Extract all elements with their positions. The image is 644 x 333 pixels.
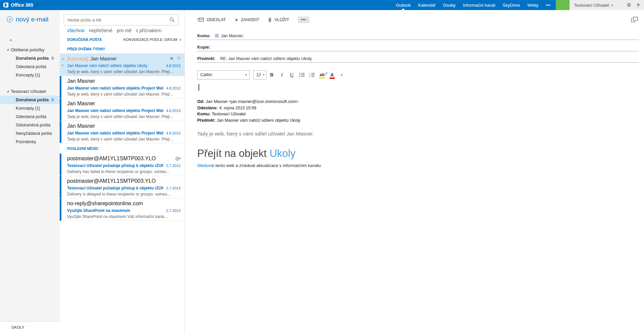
preview: Tady je web, který s vámi sdílel uživate… xyxy=(67,114,180,120)
folder-group-label: Testovací Uživatel xyxy=(11,89,46,94)
sender: postmaster@AM1YL1SMTP003.YLO xyxy=(67,156,156,162)
user-photo-tile[interactable] xyxy=(556,0,570,10)
font-family-select[interactable]: Calibri ▾ xyxy=(197,70,250,79)
folder-label: Doručená pošta xyxy=(16,56,49,61)
subject: Jan Masner vám nabízí sdílení objektu Pr… xyxy=(67,108,163,113)
list-item[interactable]: postmaster@AM1YL1SMTP003.YLO Testovací U… xyxy=(60,176,184,199)
sender: postmaster@AM1YL1SMTP003.YLO xyxy=(67,178,156,184)
compose-pane: ODESLAT ✕ ZAHODIT VLOŽIT ••• Komu: Jan M… xyxy=(185,10,644,333)
chevron-down-icon: ▾ xyxy=(263,73,265,76)
underline-button[interactable]: U xyxy=(287,70,297,79)
subject: Testovací Uživatel požaduje přístup k ob… xyxy=(67,163,163,168)
to-field[interactable]: Komu: Jan Masner; xyxy=(197,32,639,40)
bullet-list-button[interactable] xyxy=(297,70,307,79)
nav-kalendar[interactable]: Kalendář xyxy=(415,0,439,10)
cc-field[interactable]: Kopie: xyxy=(197,43,639,51)
folder-label: Odstraněná pošta xyxy=(16,122,50,127)
list-item[interactable]: Jan Masner Jan Masner vám nabízí sdílení… xyxy=(60,121,184,144)
flag-icon[interactable]: ⚐ xyxy=(177,56,181,61)
folder-favorites-sent[interactable]: Odeslaná pošta xyxy=(0,62,60,71)
section-header-last-month[interactable]: POSLEDNÍ MĚSÍC xyxy=(60,143,184,154)
send-icon xyxy=(197,17,204,22)
folder-title[interactable]: DORUČENÁ POŠTA xyxy=(67,38,102,42)
nav-more-dots[interactable]: ••• xyxy=(542,0,554,10)
presence-indicator xyxy=(215,34,219,38)
list-item[interactable]: Jan Masner Jan Masner vám nabízí sdílení… xyxy=(60,76,184,99)
bold-button[interactable]: B xyxy=(267,70,277,79)
more-formatting-button[interactable]: » xyxy=(337,70,347,79)
more-commands-button[interactable]: ••• xyxy=(298,16,309,23)
filter-flagged[interactable]: s příznakem xyxy=(136,28,161,33)
folder-group-favorites[interactable]: Oblíbené položky xyxy=(0,46,60,54)
search-input[interactable] xyxy=(64,17,169,22)
new-mail-button[interactable]: + nový e-mail xyxy=(7,16,48,23)
italic-button[interactable]: I xyxy=(277,70,287,79)
folder-inbox[interactable]: Doručená pošta 6 xyxy=(0,96,60,104)
nav-skydrive[interactable]: SkyDrive xyxy=(499,0,524,10)
folder-deleted[interactable]: Odstraněná pošta xyxy=(0,121,60,129)
more-chevron-icon: » xyxy=(339,73,344,76)
folder-group-mailbox[interactable]: Testovací Uživatel xyxy=(0,87,60,96)
font-color-icon: A xyxy=(330,72,334,77)
list-item[interactable]: ✓ ▸ [Koncept] Jan Masner ✕ ⚐ Jan Masner … xyxy=(60,54,184,76)
date: 4.8.2013 xyxy=(166,109,180,113)
gear-icon[interactable]: ⚙ xyxy=(627,2,631,8)
delete-icon[interactable]: ✕ xyxy=(170,56,173,61)
user-menu-label: Testovací Uživatel xyxy=(574,3,609,8)
folder-favorites-inbox[interactable]: Doručená pošta 6 xyxy=(0,54,60,62)
sort-selector[interactable]: KONVERZACE PODLE: DATUM ▾ xyxy=(123,38,181,42)
preview: Delivery has failed to these recipients … xyxy=(67,169,180,175)
filter-to-me[interactable]: pro mě xyxy=(117,28,131,33)
nav-outlook[interactable]: Outlook xyxy=(392,0,415,10)
insert-attachment-button[interactable]: VLOŽIT xyxy=(268,17,289,23)
bullet-list-icon xyxy=(299,72,305,77)
office365-logo[interactable]: Office 365 xyxy=(3,0,33,10)
recipient-name: Jan Masner; xyxy=(221,34,244,38)
subject: Využijte SharePoint na maximum xyxy=(67,208,163,213)
nav-weby[interactable]: Weby xyxy=(524,0,542,10)
font-color-button[interactable]: A xyxy=(327,70,337,79)
font-size-select[interactable]: 12 ▾ xyxy=(253,70,267,79)
filter-all[interactable]: všechno xyxy=(67,28,85,33)
paperclip-icon xyxy=(268,17,272,23)
highlight-button[interactable]: ab xyxy=(317,70,327,79)
collapse-pane-icon[interactable]: « xyxy=(9,37,12,43)
nav-informacni-kanal[interactable]: Informační kanál xyxy=(459,0,499,10)
sender: Jan Masner xyxy=(67,123,95,129)
filter-unread[interactable]: nepřečtené xyxy=(89,28,112,33)
folder-sent[interactable]: Odeslaná pošta xyxy=(0,112,60,121)
message-body-editor[interactable]: Od:Jan Masner <jan.masner@izun.onmicroso… xyxy=(185,82,644,333)
top-navigation: Outlook Kalendář Osoby Informační kanál … xyxy=(392,0,554,10)
list-item[interactable]: Jan Masner Jan Masner vám nabízí sdílení… xyxy=(60,99,184,121)
expand-conversation-icon[interactable]: ▸ xyxy=(62,63,64,67)
date: 2.7.2013 xyxy=(166,186,180,190)
nav-osoby[interactable]: Osoby xyxy=(439,0,460,10)
sender: no-reply@sharepointonline.com xyxy=(67,201,143,207)
close-icon: ✕ xyxy=(234,17,238,22)
send-button[interactable]: ODESLAT xyxy=(197,17,226,22)
svg-text:3: 3 xyxy=(309,75,310,77)
go-to-text: Přejít na objekt xyxy=(197,148,267,159)
user-menu[interactable]: Testovací Uživatel ▾ xyxy=(574,3,613,8)
open-in-new-window-icon[interactable] xyxy=(631,17,638,22)
folder-junk[interactable]: Nevyžádaná pošta xyxy=(0,129,60,137)
draft-tag: [Koncept] xyxy=(67,56,88,61)
replied-icon xyxy=(175,157,181,161)
subject-field[interactable]: Předmět: RE: Jan Masner vám nabízí sdíle… xyxy=(197,55,639,63)
quoted-to: Komu:Testovací Uživatel xyxy=(197,111,301,117)
numbered-list-button[interactable]: 1 2 3 xyxy=(307,70,317,79)
folder-notes[interactable]: Poznámky xyxy=(0,137,60,146)
list-item[interactable]: no-reply@sharepointonline.com Využijte S… xyxy=(60,199,184,221)
ukoly-link[interactable]: Ukoly xyxy=(269,148,296,159)
discard-button[interactable]: ✕ ZAHODIT xyxy=(234,17,259,22)
recipient-chip[interactable]: Jan Masner; xyxy=(215,34,244,38)
chevron-down-icon: ▾ xyxy=(245,73,247,76)
follow-link[interactable]: Sledovat xyxy=(197,163,214,168)
folder-favorites-drafts[interactable]: Koncepty [1] xyxy=(0,71,60,79)
list-item[interactable]: postmaster@AM1YL1SMTP003.YLO Testovací U… xyxy=(60,154,184,176)
help-icon[interactable]: ? xyxy=(637,2,640,8)
folder-drafts[interactable]: Koncepty [1] xyxy=(0,104,60,112)
section-header-two-weeks[interactable]: PŘED DVĚMA TÝDNY xyxy=(60,44,184,54)
tasks-nav-link[interactable]: ÚKOLY xyxy=(11,325,24,329)
search-icon[interactable] xyxy=(169,17,175,22)
